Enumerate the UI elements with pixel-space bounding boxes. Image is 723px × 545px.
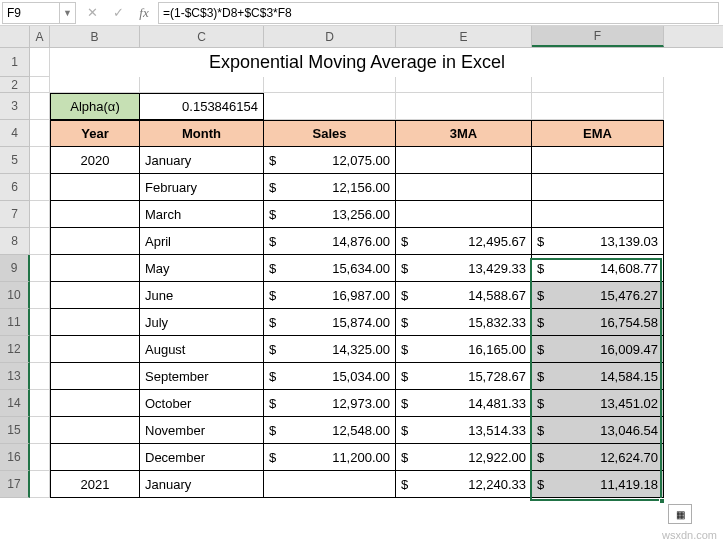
fx-icon[interactable]: fx [134,5,154,21]
cell-A[interactable] [30,228,50,255]
cell-A[interactable] [30,444,50,471]
row-header-1[interactable]: 1 [0,48,30,77]
ma3-cell[interactable] [396,201,532,228]
year-cell[interactable] [50,255,140,282]
cell-A[interactable] [30,282,50,309]
sales-cell[interactable]: $16,987.00 [264,282,396,309]
year-cell[interactable] [50,363,140,390]
col-header-C[interactable]: C [140,26,264,47]
ma3-cell[interactable]: $13,429.33 [396,255,532,282]
row-header[interactable]: 9 [0,255,30,282]
year-cell[interactable]: 2020 [50,147,140,174]
month-cell[interactable]: April [140,228,264,255]
ema-cell[interactable]: $13,139.03 [532,228,664,255]
col-header-F[interactable]: F [532,26,664,47]
ema-cell[interactable] [532,147,664,174]
row-header[interactable]: 11 [0,309,30,336]
col-header-B[interactable]: B [50,26,140,47]
year-cell[interactable] [50,390,140,417]
row-header[interactable]: 13 [0,363,30,390]
year-cell[interactable] [50,444,140,471]
ema-cell[interactable] [532,201,664,228]
row-header-4[interactable]: 4 [0,120,30,147]
cell-A[interactable] [30,417,50,444]
cell-A[interactable] [30,336,50,363]
row-header[interactable]: 10 [0,282,30,309]
sales-cell[interactable]: $12,973.00 [264,390,396,417]
cell-D2[interactable] [264,77,396,93]
alpha-label[interactable]: Alpha(α) [50,93,140,120]
ma3-cell[interactable]: $14,588.67 [396,282,532,309]
ma3-cell[interactable]: $15,728.67 [396,363,532,390]
col-header-D[interactable]: D [264,26,396,47]
year-cell[interactable] [50,417,140,444]
year-cell[interactable]: 2021 [50,471,140,498]
cell-A[interactable] [30,309,50,336]
autofill-options-button[interactable]: ▦ [668,504,692,524]
cell-A[interactable] [30,255,50,282]
sales-cell[interactable]: $12,156.00 [264,174,396,201]
sales-cell[interactable]: $12,548.00 [264,417,396,444]
row-header[interactable]: 5 [0,147,30,174]
alpha-value[interactable]: 0.153846154 [140,93,264,120]
ema-cell[interactable]: $13,451.02 [532,390,664,417]
ma3-cell[interactable]: $12,495.67 [396,228,532,255]
sales-cell[interactable]: $14,325.00 [264,336,396,363]
ema-cell[interactable]: $14,584.15 [532,363,664,390]
cell-A[interactable] [30,174,50,201]
sales-cell[interactable]: $15,634.00 [264,255,396,282]
ema-cell[interactable]: $12,624.70 [532,444,664,471]
ma3-cell[interactable]: $14,481.33 [396,390,532,417]
cell-E2[interactable] [396,77,532,93]
fill-handle[interactable] [659,498,665,504]
ema-cell[interactable]: $13,046.54 [532,417,664,444]
month-cell[interactable]: July [140,309,264,336]
month-cell[interactable]: February [140,174,264,201]
row-header[interactable]: 14 [0,390,30,417]
month-cell[interactable]: January [140,147,264,174]
row-header[interactable]: 16 [0,444,30,471]
cell-A3[interactable] [30,93,50,120]
formula-bar[interactable]: =(1-$C$3)*D8+$C$3*F8 [158,2,719,24]
ema-cell[interactable]: $16,009.47 [532,336,664,363]
cell-A[interactable] [30,363,50,390]
cell-A[interactable] [30,147,50,174]
ma3-cell[interactable]: $12,922.00 [396,444,532,471]
header-sales[interactable]: Sales [264,120,396,147]
month-cell[interactable]: May [140,255,264,282]
cell-A[interactable] [30,471,50,498]
sales-cell[interactable]: $15,034.00 [264,363,396,390]
sales-cell[interactable]: $15,874.00 [264,309,396,336]
cell-A2[interactable] [30,77,50,93]
row-header-2[interactable]: 2 [0,77,30,93]
sales-cell[interactable]: $12,075.00 [264,147,396,174]
year-cell[interactable] [50,228,140,255]
month-cell[interactable]: September [140,363,264,390]
sales-cell[interactable]: $13,256.00 [264,201,396,228]
row-header[interactable]: 7 [0,201,30,228]
header-3ma[interactable]: 3MA [396,120,532,147]
month-cell[interactable]: November [140,417,264,444]
col-header-E[interactable]: E [396,26,532,47]
cell-D3[interactable] [264,93,396,120]
ma3-cell[interactable] [396,174,532,201]
cell-C2[interactable] [140,77,264,93]
ma3-cell[interactable]: $13,514.33 [396,417,532,444]
month-cell[interactable]: October [140,390,264,417]
ma3-cell[interactable]: $12,240.33 [396,471,532,498]
header-year[interactable]: Year [50,120,140,147]
ma3-cell[interactable]: $15,832.33 [396,309,532,336]
ema-cell[interactable]: $14,608.77 [532,255,664,282]
cell-F2[interactable] [532,77,664,93]
title-cell[interactable]: Exponential Moving Average in Excel [50,48,664,77]
month-cell[interactable]: August [140,336,264,363]
sales-cell[interactable]: $14,876.00 [264,228,396,255]
cell-A4[interactable] [30,120,50,147]
row-header[interactable]: 17 [0,471,30,498]
cell-A[interactable] [30,201,50,228]
month-cell[interactable]: June [140,282,264,309]
row-header[interactable]: 8 [0,228,30,255]
year-cell[interactable] [50,309,140,336]
ma3-cell[interactable]: $16,165.00 [396,336,532,363]
row-header[interactable]: 12 [0,336,30,363]
